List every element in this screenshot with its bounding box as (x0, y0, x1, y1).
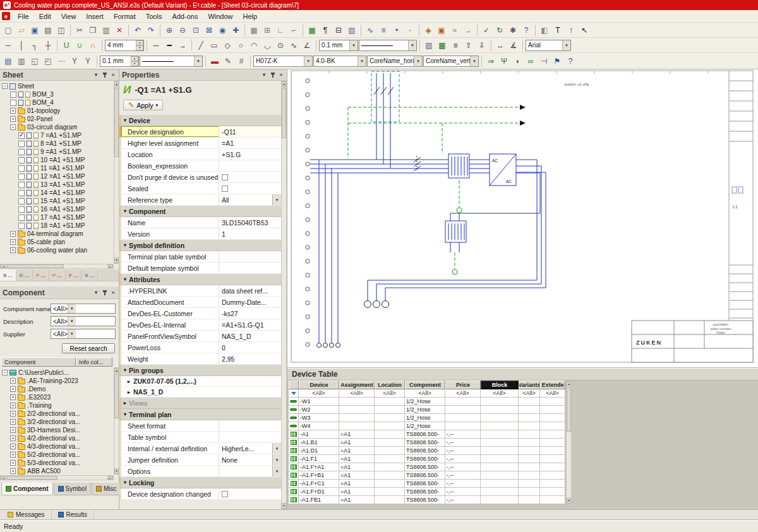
fill-tool-button[interactable]: ▩ (436, 39, 448, 52)
draw-arc-button[interactable]: ◠ (248, 39, 260, 52)
component-tree-item[interactable]: +.Demo (0, 385, 114, 393)
sheet-checkbox[interactable] (18, 182, 25, 188)
pin-icon[interactable] (102, 290, 107, 295)
send-to-back-button[interactable]: ⇩ (476, 39, 488, 52)
filter-cell[interactable]: <All> (540, 389, 565, 398)
filter-cell[interactable]: <All> (445, 389, 481, 398)
scroll-thumb[interactable] (567, 387, 571, 432)
wire-width-combo-spin-up[interactable]: ▲ (131, 56, 138, 61)
property-row[interactable]: Reference typeAll▼ (119, 194, 281, 206)
scroll-up-icon[interactable]: ▲ (282, 81, 286, 87)
property-value[interactable] (219, 420, 281, 431)
property-row[interactable]: Options▼ (119, 466, 281, 477)
refresh-button[interactable]: ↻ (493, 24, 506, 37)
sheet-properties-button[interactable]: ▤ (2, 55, 15, 68)
dropdown-arrow-icon[interactable]: ▼ (272, 194, 281, 205)
property-value[interactable]: -ks27 (219, 308, 281, 319)
ruler-button[interactable]: ⌐ (287, 24, 300, 37)
property-row[interactable]: DevDes-EL-Internal=A1+S1.G-Q1 (119, 319, 281, 331)
zoom-fit-button[interactable]: ⊠ (203, 24, 215, 37)
property-value[interactable]: =A1+S1.G-Q1 (219, 319, 281, 330)
property-checkbox[interactable] (222, 186, 228, 192)
property-row[interactable]: Higher level assignment=A1 (119, 138, 281, 149)
sheet-tree-item[interactable]: 12 =A1 +S1.MP (0, 172, 114, 180)
design-check-button[interactable]: ✓ (480, 24, 493, 37)
draw-angle-button[interactable]: ∠ (301, 39, 313, 52)
sheet-tree-item[interactable]: 8 =A1 +S1.MP (0, 139, 114, 148)
menu-add-ons[interactable]: Add-ons (167, 11, 203, 21)
pin-group-row[interactable]: ▸NAS_1_D (119, 387, 281, 398)
print-preview-button[interactable]: ◫ (55, 24, 68, 37)
scroll-track[interactable] (6, 264, 107, 268)
dock-tab-component[interactable]: Component (1, 483, 53, 495)
property-row[interactable]: Sheet format (119, 420, 281, 432)
sheet-tree-item[interactable]: ✓7 =A1 +S1.MP (0, 131, 114, 139)
section-header-component[interactable]: ▾Component (119, 206, 281, 217)
sheet-checkbox[interactable] (10, 100, 16, 106)
sheet-checkbox[interactable] (10, 92, 16, 98)
scroll-up-icon[interactable]: ▲ (114, 81, 119, 87)
sheet-tree-item[interactable]: +06-cooling water plan (0, 246, 114, 254)
properties-scrollbar[interactable]: ▲ ▼ (281, 81, 287, 509)
scroll-track[interactable] (6, 476, 107, 480)
property-row[interactable]: Location+S1.G (119, 149, 281, 160)
sheet-tree-item[interactable]: BOM_4 (0, 98, 114, 107)
zoom-out-button[interactable]: ⊖ (176, 24, 189, 37)
measure-tool-button[interactable]: ↔ (494, 39, 507, 52)
sheet-tree-item[interactable]: +05-cable plan (0, 238, 114, 246)
property-value[interactable]: =A1 (219, 138, 281, 148)
scroll-up-icon[interactable]: ▲ (114, 368, 119, 374)
description-combo[interactable]: <All>▼ (51, 316, 116, 326)
component-tree-item[interactable]: +.Training (0, 401, 114, 410)
close-icon[interactable]: × (110, 72, 116, 78)
property-row[interactable]: PanelFrontViewSymbolNAS_1_D (119, 331, 281, 342)
scroll-track[interactable] (114, 374, 119, 468)
close-icon[interactable]: × (110, 290, 116, 295)
property-row[interactable]: DevDes-EL-Customer-ks27 (119, 308, 281, 319)
component-name-combo[interactable]: <All>▼ (51, 304, 116, 314)
property-row[interactable]: Table symbol (119, 432, 281, 443)
device-table-row[interactable]: -A1.FB1=A1TS8808.500--,-- (289, 496, 565, 504)
draw-polygon-button[interactable]: ◇ (221, 39, 234, 52)
dropdown-arrow-icon[interactable]: ▼ (272, 454, 281, 465)
sheet-dock-tab-1[interactable]: S... (0, 269, 16, 281)
device-table-row[interactable]: -W41/2_Hose (289, 422, 565, 430)
wire-width-combo[interactable]: 0.1 mm▲▼ (100, 56, 139, 67)
component-tree-scrollbar[interactable]: ▲ ▼ (114, 367, 119, 475)
branch-right-button[interactable]: Y (81, 55, 94, 68)
wire-vertical-button[interactable]: │ (15, 39, 28, 52)
line-width-combo-arrow-icon[interactable]: ▼ (349, 40, 358, 50)
property-value[interactable]: -Q11 (219, 126, 281, 137)
expander-icon[interactable]: + (10, 108, 16, 114)
line-thick-button[interactable]: ━ (163, 39, 176, 52)
device-table-row[interactable]: -A1.F+B1=A1TS8808.500--,-- (289, 471, 565, 480)
scroll-track[interactable] (114, 87, 119, 257)
column-header-assignment[interactable]: Assignment (339, 381, 375, 389)
cable-browser-button[interactable]: ≈ (448, 24, 461, 37)
filter-cell[interactable]: <All> (405, 389, 445, 398)
cable-type-combo[interactable]: H07Z-K▼ (253, 56, 313, 67)
expander-icon[interactable]: + (10, 378, 16, 384)
sheet-checkbox[interactable]: ✓ (18, 133, 25, 139)
scroll-down-icon[interactable]: ▼ (114, 257, 119, 263)
component-tree-item[interactable]: +3/2-directional va... (0, 418, 114, 426)
draw-ellipse-button[interactable]: ⊙ (274, 39, 287, 52)
wire-numbering-button[interactable]: # (235, 55, 248, 68)
bottom-tab-results[interactable]: Results (52, 510, 94, 519)
corename-vert-combo-arrow-icon[interactable]: ▼ (470, 56, 478, 66)
section-header-pin-groups[interactable]: ▾Pin groups (119, 365, 281, 376)
sheet-dock-tab-3[interactable]: P... (33, 269, 49, 281)
section-header-device[interactable]: ▾Device (119, 115, 281, 126)
property-value[interactable]: data sheet ref... (219, 285, 281, 296)
expander-icon[interactable]: + (10, 247, 16, 253)
sheet-tree-item[interactable]: 15 =A1 +S1.MP (0, 197, 114, 205)
line-arrow-button[interactable]: → (176, 39, 189, 52)
property-value[interactable] (219, 488, 281, 499)
wire-horizontal-button[interactable]: ─ (2, 39, 15, 52)
property-value[interactable] (219, 263, 281, 273)
device-table-row[interactable]: -A1.F1=A1TS8808.500--,-- (289, 455, 565, 463)
sheet-checkbox[interactable] (18, 198, 25, 204)
node-tool-button[interactable]: ◦ (404, 24, 416, 37)
property-row[interactable]: .HYPERLINKdata sheet ref... (119, 285, 281, 297)
property-value[interactable] (219, 172, 281, 182)
